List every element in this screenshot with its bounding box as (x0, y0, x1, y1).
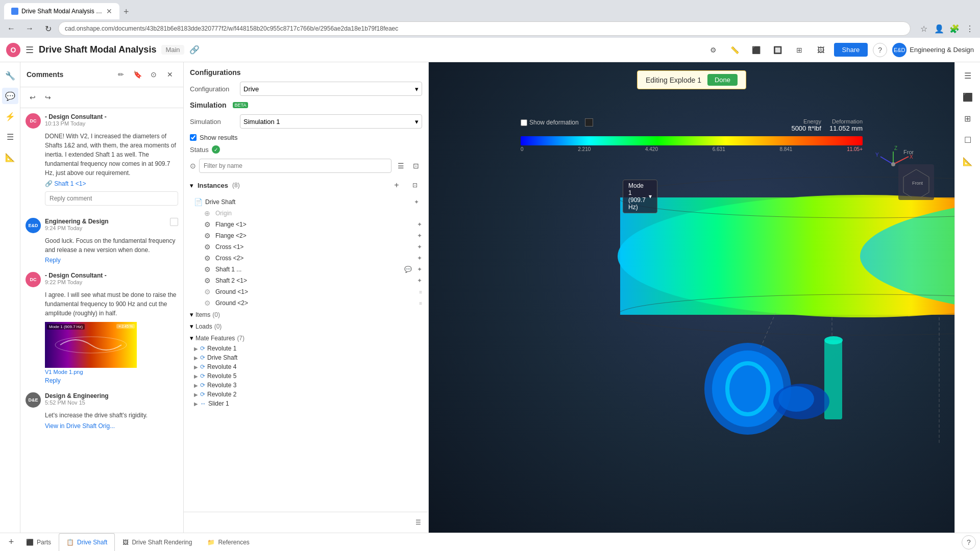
close-comments-button[interactable]: ✕ (163, 67, 177, 82)
show-results-checkbox[interactable] (190, 134, 197, 141)
extensions-button[interactable]: 🧩 (948, 22, 961, 35)
list-item[interactable]: ▶ ⟳ Drive Shaft (194, 353, 422, 362)
tab-close-button[interactable]: ✕ (106, 7, 112, 15)
tab-drive-shaft-rendering[interactable]: 🖼 Drive Shaft Rendering (115, 533, 200, 552)
config-value: Drive (243, 85, 259, 93)
filter-comments-button[interactable]: ⊙ (146, 67, 161, 82)
address-bar[interactable]: cad.onshape.com/documents/43b281b6e8183d… (58, 21, 911, 36)
reply-comment-input[interactable] (45, 191, 178, 206)
right-panel-icon-list[interactable]: ☰ (959, 66, 977, 85)
bottom-help-button[interactable]: ? (962, 535, 976, 549)
list-item[interactable]: ⚙ Ground <2> ≡ (190, 297, 422, 309)
isolate-icon[interactable]: ✦ (417, 266, 422, 273)
items-section[interactable]: ▾ Items (0) (190, 309, 422, 320)
isolate-icon[interactable]: ✦ (417, 232, 422, 239)
loads-section[interactable]: ▾ Loads (0) (190, 320, 422, 332)
list-item[interactable]: ⚙ Ground <1> ≡ (190, 286, 422, 297)
toolbar-parts[interactable]: ⬛ (748, 42, 765, 58)
undo-button[interactable]: ↩ (26, 90, 40, 105)
add-comment-button[interactable]: ✏ (114, 67, 128, 82)
toolbar-view[interactable]: 🔲 (770, 42, 786, 58)
share-button[interactable]: Share (834, 43, 868, 57)
mate-features-section[interactable]: ▾ Mate Features (7) (190, 332, 422, 344)
thumbnail-label[interactable]: V1 Mode 1.png (45, 369, 178, 375)
sidebar-icon-menu[interactable]: ☰ (2, 129, 18, 145)
viewport[interactable]: Editing Explode 1 Done Mode 1 (909.7 Hz)… (429, 62, 954, 533)
isolate-view-icon[interactable]: ⊡ (410, 160, 422, 172)
active-tab[interactable]: Drive Shaft Modal Analysis | Dr... ✕ (4, 3, 119, 19)
view-cube[interactable]: Front (898, 164, 934, 200)
list-item[interactable]: 📄 Drive Shaft ✦ (190, 196, 422, 208)
add-tab-button[interactable]: + (4, 535, 18, 549)
list-view-button[interactable]: ☰ (411, 515, 425, 530)
3d-view[interactable]: Editing Explode 1 Done Mode 1 (909.7 Hz)… (429, 62, 954, 533)
list-item[interactable]: ⚙ Cross <2> ✦ (190, 253, 422, 264)
list-item[interactable]: ▶ ⟳ Revolute 4 (194, 362, 422, 371)
comments-header: Comments ✏ 🔖 ⊙ ✕ (20, 62, 183, 87)
comment-item: DC - Design Consultant - 10:13 PM Today … (26, 113, 178, 210)
simulation-select[interactable]: Simulation 1 ▾ (240, 114, 422, 129)
more-button[interactable]: ⋮ (964, 22, 976, 35)
tab-references[interactable]: 📁 References (200, 533, 257, 552)
isolate-icon[interactable]: ✦ (414, 198, 422, 206)
comment-checkbox[interactable] (170, 218, 178, 226)
sidebar-icon-measure[interactable]: 📐 (2, 149, 18, 165)
list-item[interactable]: ▶ ⟳ Revolute 2 (194, 390, 422, 399)
user-menu[interactable]: E&D Engineering & Design (892, 43, 974, 57)
isolate-icon[interactable]: ✦ (417, 255, 422, 262)
shaft-link[interactable]: 🔗 Shaft 1 <1> (45, 180, 86, 187)
sidebar-icon-tools[interactable]: 🔧 (2, 67, 18, 84)
back-button[interactable]: ← (4, 21, 18, 36)
sidebar-icon-comments[interactable]: 💬 (2, 88, 18, 104)
profile-button[interactable]: 👤 (933, 22, 945, 35)
right-panel-icon-grid[interactable]: ⊞ (959, 109, 977, 128)
list-item[interactable]: ▶ ⟳ Revolute 1 (194, 344, 422, 353)
list-item[interactable]: ⚙ Shaft 1 ... 💬 ✦ (190, 264, 422, 275)
bookmark-comments-button[interactable]: 🔖 (130, 67, 144, 82)
view-link[interactable]: View in Drive Shaft Orig... (45, 422, 115, 430)
toolbar-measure[interactable]: 📏 (727, 42, 743, 58)
app-menu-icon[interactable]: ☰ (26, 44, 34, 56)
svg-point-17 (778, 386, 814, 412)
right-panel-icon-box[interactable]: ⬛ (959, 88, 977, 106)
comment-thumbnail[interactable]: Mode 1 (909.7 Hz) ≡ 2.45 % (45, 322, 137, 368)
sidebar-icon-features[interactable]: ⚡ (2, 108, 18, 124)
tab-drive-shaft[interactable]: 📋 Drive Shaft (59, 533, 115, 551)
filter-input[interactable] (199, 159, 391, 173)
right-panel-icon-square[interactable]: ☐ (959, 131, 977, 149)
mode-selector[interactable]: Mode 1 (909.7 Hz) ▾ (623, 180, 657, 213)
tab-parts[interactable]: ⬛ Parts (18, 533, 59, 552)
reply-link[interactable]: Reply (45, 257, 178, 264)
add-instance-button[interactable]: + (389, 178, 404, 192)
list-item[interactable]: ⚙ Shaft 2 <1> ✦ (190, 275, 422, 286)
redo-button[interactable]: ↪ (41, 90, 55, 105)
list-item[interactable]: ⚙ Flange <1> ✦ (190, 219, 422, 230)
list-item[interactable]: ⚙ Cross <1> ✦ (190, 241, 422, 253)
configuration-select[interactable]: Drive ▾ (240, 82, 422, 96)
refresh-button[interactable]: ↻ (41, 21, 55, 36)
list-item[interactable]: ▶ ⟳ Revolute 3 (194, 381, 422, 390)
collapse-icon[interactable]: ▾ (190, 182, 193, 189)
show-deformation-checkbox[interactable] (521, 119, 527, 126)
bookmark-button[interactable]: ☆ (918, 22, 930, 35)
new-tab-button[interactable]: + (119, 5, 133, 19)
reply-link[interactable]: Reply (45, 377, 178, 384)
isolate-icon[interactable]: ✦ (417, 243, 422, 251)
list-item[interactable]: ▶ ↔ Slider 1 (194, 399, 422, 408)
help-button[interactable]: ? (873, 43, 887, 57)
list-item[interactable]: ⊕ Origin (190, 208, 422, 219)
link-icon[interactable]: 🔗 (189, 45, 200, 55)
forward-button[interactable]: → (22, 21, 37, 36)
list-item[interactable]: ▶ ⟳ Revolute 5 (194, 371, 422, 381)
isolate-icon[interactable]: ✦ (417, 221, 422, 228)
toolbar-grid[interactable]: ⊞ (791, 42, 807, 58)
isolate-instance-button[interactable]: ⊡ (408, 178, 422, 192)
toolbar-render[interactable]: 🖼 (813, 42, 829, 58)
comment-text: DONE! With V2, I increased the diameters… (45, 132, 178, 178)
right-panel-icon-ruler[interactable]: 📐 (959, 152, 977, 170)
isolate-icon[interactable]: ✦ (417, 277, 422, 284)
toolbar-settings[interactable]: ⚙ (705, 42, 722, 58)
list-item[interactable]: ⚙ Flange <2> ✦ (190, 230, 422, 241)
list-view-icon[interactable]: ☰ (395, 160, 407, 172)
done-button[interactable]: Done (707, 74, 738, 86)
